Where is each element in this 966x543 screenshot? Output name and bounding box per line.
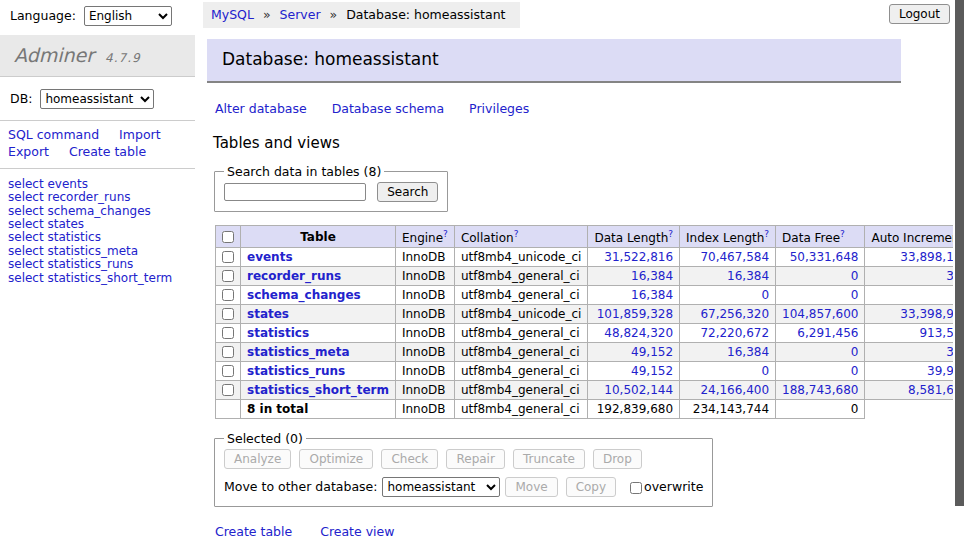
table-name-link[interactable]: schema_changes (247, 288, 361, 302)
data-length-link[interactable]: 16,384 (631, 288, 673, 302)
index-length-link[interactable]: 72,220,672 (700, 326, 769, 340)
sidebar-table-link[interactable]: select statistics (8, 231, 195, 244)
sidebar-table-link[interactable]: select states (8, 218, 195, 231)
row-checkbox[interactable] (222, 327, 234, 339)
truncate-button[interactable]: Truncate (513, 449, 585, 469)
data-length-link[interactable]: 49,152 (631, 345, 673, 359)
sidebar-table-link[interactable]: select statistics_short_term (8, 272, 195, 285)
language-select[interactable]: English (84, 6, 172, 26)
data-length-link[interactable]: 10,502,144 (604, 383, 673, 397)
data-free-cell: 0 (776, 343, 865, 362)
collation-cell: utf8mb4_general_ci (454, 343, 588, 362)
index-length-cell: 72,220,672 (680, 324, 776, 343)
repair-button[interactable]: Repair (446, 449, 504, 469)
analyze-button[interactable]: Analyze (224, 449, 291, 469)
sql-command-link[interactable]: SQL command (8, 127, 99, 142)
row-checkbox[interactable] (222, 346, 234, 358)
help-link[interactable]: ? (514, 229, 519, 239)
database-schema-link[interactable]: Database schema (332, 101, 444, 116)
table-name-link[interactable]: recorder_runs (247, 269, 341, 283)
data-length-cell: 48,824,320 (588, 324, 680, 343)
data-free-link[interactable]: 6,291,456 (797, 326, 858, 340)
collation-cell: utf8mb4_general_ci (454, 381, 588, 400)
copy-button[interactable]: Copy (566, 477, 616, 497)
index-length-cell: 16,384 (680, 267, 776, 286)
auto-increment-cell: 8,581,645 (865, 381, 966, 400)
row-checkbox[interactable] (222, 384, 234, 396)
search-button[interactable]: Search (377, 182, 438, 202)
sidebar-table-link[interactable]: select statistics_runs (8, 258, 195, 271)
table-name-link[interactable]: states (247, 307, 289, 321)
db-select[interactable]: homeassistant (40, 89, 154, 109)
index-length-link[interactable]: 70,467,584 (700, 250, 769, 264)
data-length-link[interactable]: 31,522,816 (604, 250, 673, 264)
index-length-link[interactable]: 16,384 (727, 269, 769, 283)
data-free-link[interactable]: 0 (851, 364, 859, 378)
help-link[interactable]: ? (443, 229, 448, 239)
table-name-link[interactable]: events (247, 250, 293, 264)
index-length-link[interactable]: 0 (761, 364, 769, 378)
data-free-link[interactable]: 104,857,600 (782, 307, 858, 321)
table-row: recorder_runs InnoDB utf8mb4_general_ci … (216, 267, 966, 286)
row-checkbox[interactable] (222, 251, 234, 263)
help-link[interactable]: ? (668, 229, 673, 239)
sidebar-actions: SQL command Import Export Create table (0, 120, 195, 169)
help-link[interactable]: ? (764, 229, 769, 239)
data-free-cell: 50,331,648 (776, 248, 865, 267)
import-link[interactable]: Import (119, 127, 161, 142)
data-length-link[interactable]: 16,384 (631, 269, 673, 283)
sidebar-table-links: select eventsselect recorder_runsselect … (0, 169, 195, 285)
breadcrumb-mysql-link[interactable]: MySQL (211, 7, 254, 22)
sidebar-table-link[interactable]: select schema_changes (8, 205, 195, 218)
sidebar-table-link[interactable]: select events (8, 178, 195, 191)
sidebar-table-link[interactable]: select recorder_runs (8, 191, 195, 204)
create-table-link[interactable]: Create table (215, 524, 292, 539)
alter-database-link[interactable]: Alter database (215, 101, 307, 116)
index-length-cell: 16,384 (680, 343, 776, 362)
table-name-link[interactable]: statistics_meta (247, 345, 350, 359)
breadcrumb-server-link[interactable]: Server (280, 7, 321, 22)
index-length-link[interactable]: 16,384 (727, 345, 769, 359)
table-name-link[interactable]: statistics (247, 326, 309, 340)
optimize-button[interactable]: Optimize (299, 449, 373, 469)
table-name-link[interactable]: statistics_short_term (247, 383, 389, 397)
row-checkbox[interactable] (222, 308, 234, 320)
check-button[interactable]: Check (381, 449, 438, 469)
col-header-engine: Engine? (395, 226, 454, 248)
data-length-link[interactable]: 49,152 (631, 364, 673, 378)
select-all-checkbox[interactable] (222, 231, 234, 243)
move-button[interactable]: Move (505, 477, 557, 497)
index-length-cell: 67,256,320 (680, 305, 776, 324)
data-length-cell: 49,152 (588, 362, 680, 381)
row-checkbox[interactable] (222, 270, 234, 282)
table-name-cell: statistics (241, 324, 396, 343)
index-length-link[interactable]: 24,166,400 (700, 383, 769, 397)
search-input[interactable] (224, 183, 366, 201)
sidebar-table-link[interactable]: select statistics_meta (8, 245, 195, 258)
help-link[interactable]: ? (840, 229, 845, 239)
scrollbar-thumb[interactable] (955, 0, 964, 506)
scrollbar-track[interactable] (953, 0, 966, 543)
overwrite-checkbox[interactable] (630, 482, 642, 494)
export-link[interactable]: Export (8, 144, 49, 159)
index-length-link[interactable]: 67,256,320 (700, 307, 769, 321)
data-length-link[interactable]: 48,824,320 (604, 326, 673, 340)
auto-increment-cell: 378 (865, 267, 966, 286)
data-free-link[interactable]: 0 (851, 345, 859, 359)
create-table-sidebar-link[interactable]: Create table (69, 144, 146, 159)
data-free-link[interactable]: 0 (851, 288, 859, 302)
data-free-link[interactable]: 0 (851, 269, 859, 283)
row-checkbox[interactable] (222, 289, 234, 301)
data-free-link[interactable]: 50,331,648 (790, 250, 859, 264)
data-length-link[interactable]: 101,859,328 (597, 307, 673, 321)
table-name-link[interactable]: statistics_runs (247, 364, 345, 378)
total-data-length: 192,839,680 (588, 400, 680, 419)
row-checkbox[interactable] (222, 365, 234, 377)
create-view-link[interactable]: Create view (320, 524, 394, 539)
index-length-link[interactable]: 0 (761, 288, 769, 302)
row-checkbox-cell (216, 267, 241, 286)
privileges-link[interactable]: Privileges (469, 101, 529, 116)
move-db-select[interactable]: homeassistant (382, 477, 500, 497)
drop-button[interactable]: Drop (593, 449, 642, 469)
data-free-link[interactable]: 188,743,680 (782, 383, 858, 397)
